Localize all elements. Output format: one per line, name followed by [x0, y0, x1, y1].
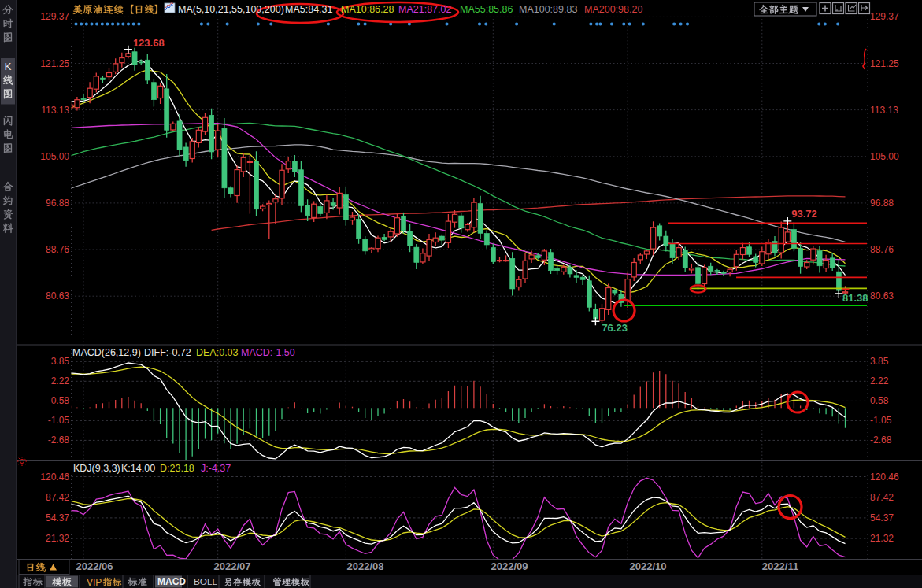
svg-text:80.63: 80.63	[870, 290, 894, 301]
svg-text:VIP: VIP	[87, 577, 102, 588]
svg-text:2022/07: 2022/07	[214, 560, 251, 572]
svg-text:3.85: 3.85	[51, 356, 70, 367]
svg-text:88.76: 88.76	[870, 244, 894, 255]
svg-text:DIFF:-0.72: DIFF:-0.72	[144, 347, 191, 358]
svg-text:BOLL: BOLL	[194, 576, 218, 587]
svg-text:J:-4.37: J:-4.37	[201, 463, 231, 474]
svg-text:105.00: 105.00	[40, 151, 69, 162]
svg-text:93.72: 93.72	[791, 208, 817, 220]
svg-text:123.68: 123.68	[133, 37, 165, 49]
svg-text:113.13: 113.13	[870, 105, 898, 116]
svg-text:120.46: 120.46	[40, 472, 69, 483]
svg-text:0.58: 0.58	[870, 395, 889, 406]
svg-text:2.22: 2.22	[51, 375, 70, 386]
svg-text:76.23: 76.23	[602, 322, 628, 334]
svg-text:2022/08: 2022/08	[347, 560, 384, 572]
svg-text:54.37: 54.37	[870, 512, 894, 523]
svg-text:MA21:87.02: MA21:87.02	[398, 4, 451, 15]
svg-text:MACD: MACD	[157, 576, 186, 587]
svg-text:D:23.18: D:23.18	[160, 463, 194, 474]
svg-text:DEA:0.03: DEA:0.03	[196, 347, 239, 358]
svg-text:120.46: 120.46	[870, 472, 899, 483]
svg-text:21.32: 21.32	[870, 533, 894, 544]
svg-text:-1.05: -1.05	[870, 415, 892, 426]
svg-text:129.37: 129.37	[40, 11, 69, 22]
svg-text:3.85: 3.85	[870, 356, 889, 367]
svg-text:105.00: 105.00	[870, 151, 899, 162]
svg-text:MACD:-1.50: MACD:-1.50	[241, 347, 295, 358]
svg-text:88.76: 88.76	[46, 244, 69, 255]
svg-text:121.25: 121.25	[870, 58, 899, 69]
svg-text:MA100:89.83: MA100:89.83	[519, 4, 577, 15]
svg-text:MA55:85.86: MA55:85.86	[460, 4, 513, 15]
svg-text:121.25: 121.25	[40, 58, 69, 69]
svg-text:80.63: 80.63	[46, 290, 69, 301]
svg-text:2022/10: 2022/10	[630, 560, 667, 572]
svg-text:MA200:98.20: MA200:98.20	[584, 4, 642, 15]
svg-text:-2.68: -2.68	[870, 435, 892, 446]
svg-text:-1.05: -1.05	[48, 415, 70, 426]
svg-text:MA10:86.28: MA10:86.28	[341, 4, 394, 15]
svg-text:96.88: 96.88	[46, 198, 69, 209]
svg-text:MA5:84.31: MA5:84.31	[285, 4, 333, 15]
svg-text:87.42: 87.42	[46, 492, 69, 503]
svg-text:21.32: 21.32	[46, 533, 69, 544]
svg-text:MA(5,10,21,55,100,200): MA(5,10,21,55,100,200)	[178, 4, 284, 15]
svg-text:KDJ(9,3,3): KDJ(9,3,3)	[73, 463, 120, 474]
svg-text:81.38: 81.38	[842, 292, 868, 304]
svg-text:-2.68: -2.68	[48, 435, 70, 446]
svg-text:2022/09: 2022/09	[491, 560, 528, 572]
svg-text:87.42: 87.42	[870, 492, 894, 503]
svg-text:K: K	[4, 61, 11, 72]
svg-text:0.58: 0.58	[51, 395, 70, 406]
svg-text:2022/06: 2022/06	[76, 560, 113, 572]
svg-text:MACD(26,12,9): MACD(26,12,9)	[72, 347, 141, 358]
svg-text:54.37: 54.37	[46, 512, 69, 523]
svg-text:129.37: 129.37	[870, 11, 899, 22]
svg-text:96.88: 96.88	[870, 198, 894, 209]
svg-text:2022/11: 2022/11	[762, 560, 798, 572]
svg-text:113.13: 113.13	[41, 105, 69, 116]
svg-text:K:14.00: K:14.00	[121, 463, 155, 474]
svg-text:2.22: 2.22	[870, 375, 889, 386]
